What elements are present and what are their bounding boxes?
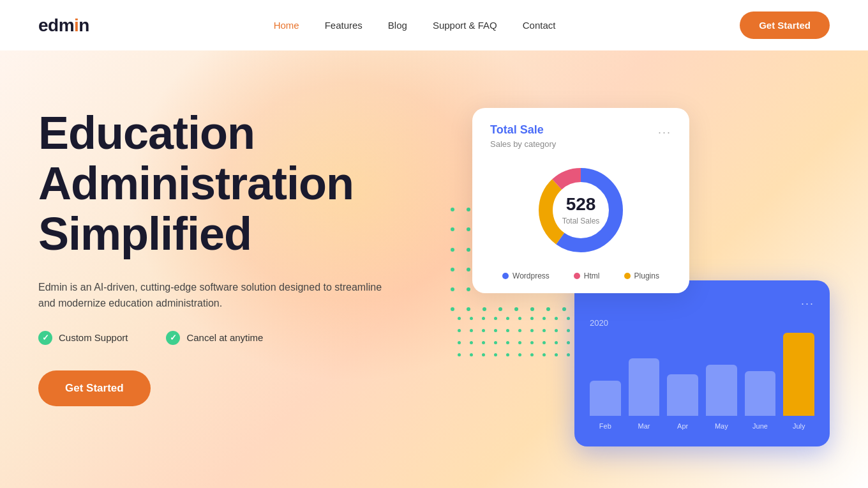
bar-may <box>706 365 737 416</box>
bar-month-label: July <box>793 422 805 430</box>
nav-blog[interactable]: Blog <box>388 20 407 31</box>
nav-home[interactable]: Home <box>274 20 299 31</box>
donut-card-header: Total Sale ... <box>490 123 671 137</box>
bar-july <box>783 333 814 416</box>
legend-dot-plugins <box>624 273 631 279</box>
donut-center: 528 Total Sales <box>562 194 600 226</box>
bar-group-apr: Apr <box>667 333 698 416</box>
bar-month-label: May <box>715 422 728 430</box>
legend-dot-wordpress <box>502 273 509 279</box>
bar-card-menu[interactable]: ... <box>801 294 814 308</box>
check-icon-1 <box>38 331 52 345</box>
check-icon-2 <box>166 331 180 345</box>
donut-total: 528 <box>562 194 600 215</box>
dashboard-area: Total Sale ... Sales by category 528 Tot… <box>434 89 868 488</box>
bar-chart: FebMarAprMayJuneJuly <box>590 333 814 435</box>
bar-apr <box>667 374 698 416</box>
feature-custom-support: Custom Support <box>38 331 128 345</box>
feature-cancel: Cancel at anytime <box>166 331 263 345</box>
legend-html-label: Html <box>584 271 600 280</box>
bar-june <box>745 371 776 416</box>
bar-month-label: June <box>752 422 768 430</box>
donut-card-menu[interactable]: ... <box>658 123 671 137</box>
bar-card-header: ... <box>590 294 814 308</box>
bar-month-label: Feb <box>599 422 611 430</box>
hero-get-started-button[interactable]: Get Started <box>38 370 151 406</box>
donut-card-subtitle: Sales by category <box>490 139 671 149</box>
bar-group-mar: Mar <box>629 333 660 416</box>
nav-contact[interactable]: Contact <box>523 20 556 31</box>
donut-label: Total Sales <box>562 217 600 225</box>
legend-wordpress: Wordpress <box>502 271 550 280</box>
logo-accent: i <box>74 15 79 35</box>
legend-dot-html <box>574 273 580 279</box>
donut-card: Total Sale ... Sales by category 528 Tot… <box>472 108 689 293</box>
bar-group-july: July <box>783 333 814 416</box>
legend-plugins: Plugins <box>624 271 659 280</box>
bar-group-may: May <box>706 333 737 416</box>
hero-description: Edmin is an AI-driven, cutting-edge soft… <box>38 279 396 312</box>
bar-month-label: Apr <box>677 422 688 430</box>
hero-title: Education Administration Simplified <box>38 108 472 260</box>
bar-mar <box>629 358 660 416</box>
bar-month-label: Mar <box>638 422 650 430</box>
donut-legend: Wordpress Html Plugins <box>490 271 671 280</box>
nav-get-started-button[interactable]: Get Started <box>740 11 830 39</box>
logo[interactable]: edmin <box>38 15 89 36</box>
legend-wordpress-label: Wordpress <box>513 271 550 280</box>
legend-html: Html <box>574 271 600 280</box>
bar-card: ... 2020 FebMarAprMayJuneJuly <box>574 280 830 446</box>
bar-group-june: June <box>745 333 776 416</box>
donut-chart: 528 Total Sales <box>530 159 632 261</box>
nav-features[interactable]: Features <box>325 20 363 31</box>
donut-card-title: Total Sale <box>490 123 544 137</box>
legend-plugins-label: Plugins <box>634 271 659 280</box>
hero-section: Education Administration Simplified Edmi… <box>0 50 868 488</box>
hero-content: Education Administration Simplified Edmi… <box>38 108 472 406</box>
feature-cancel-label: Cancel at anytime <box>186 332 263 343</box>
hero-features: Custom Support Cancel at anytime <box>38 331 472 345</box>
nav-links: Home Features Blog Support & FAQ Contact <box>274 20 556 31</box>
bar-card-year: 2020 <box>590 318 814 328</box>
bar-feb <box>590 381 621 416</box>
dot-grid-bottom <box>453 312 574 361</box>
feature-custom-support-label: Custom Support <box>59 332 128 343</box>
navigation: edmin Home Features Blog Support & FAQ C… <box>0 0 868 50</box>
nav-support[interactable]: Support & FAQ <box>433 20 497 31</box>
bar-group-feb: Feb <box>590 333 621 416</box>
